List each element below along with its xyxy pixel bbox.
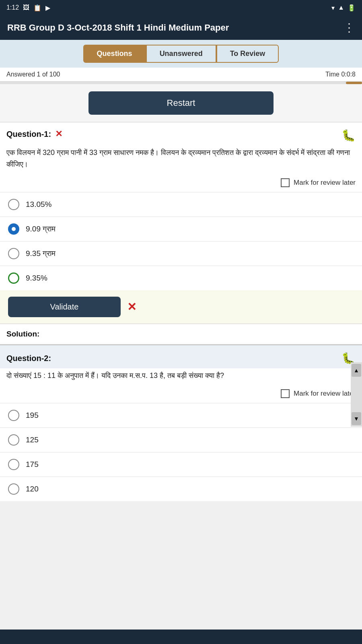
- tab-bar: Questions Unanswered To Review: [0, 40, 362, 68]
- option-q2-a[interactable]: 195: [0, 403, 362, 427]
- question-1-card: Question-1: ✕ 🐛 एक विलयन में 320 ग्राम प…: [0, 122, 362, 344]
- clipboard-icon: 📋: [33, 4, 41, 12]
- answered-count: Answered 1 of 100: [6, 71, 60, 78]
- bottom-nav-bar: [0, 630, 362, 644]
- review-label-q1: Mark for review later: [294, 179, 356, 187]
- menu-icon[interactable]: ⋮: [343, 21, 355, 34]
- option-q2-d-text: 120: [26, 485, 39, 493]
- option-q2-c[interactable]: 175: [0, 452, 362, 477]
- validate-row: Validate ✕: [0, 290, 362, 324]
- radio-q2-a[interactable]: [8, 410, 19, 421]
- app-header: RRB Group D 3-Oct-2018 Shift 1 Hindi Med…: [0, 15, 362, 40]
- option-q1-c-text: 9.35 ग्राम: [26, 249, 56, 258]
- play-icon: ▶: [45, 4, 50, 12]
- option-q1-a[interactable]: 13.05%: [0, 192, 362, 217]
- solution-label: Solution:: [0, 324, 362, 344]
- radio-q1-a[interactable]: [8, 199, 19, 210]
- question-1-review-row: Mark for review later: [0, 175, 362, 192]
- option-q1-a-text: 13.05%: [26, 200, 51, 209]
- scroll-indicator: [0, 82, 362, 84]
- radio-q1-b[interactable]: [8, 223, 19, 235]
- option-q1-d-text: 9.35%: [26, 274, 47, 283]
- restart-container: Restart: [0, 84, 362, 122]
- review-label-q2: Mark for review later: [294, 390, 356, 398]
- tab-questions[interactable]: Questions: [83, 45, 146, 63]
- option-q2-a-text: 195: [26, 411, 39, 420]
- review-checkbox-q1[interactable]: [281, 178, 290, 187]
- radio-q1-d[interactable]: [8, 272, 19, 284]
- tab-to-review[interactable]: To Review: [216, 45, 279, 63]
- option-q1-b[interactable]: 9.09 ग्राम: [0, 217, 362, 241]
- info-bar: Answered 1 of 100 Time 0:0:8: [0, 68, 362, 82]
- radio-q2-b[interactable]: [8, 434, 19, 446]
- bug-icon-q1[interactable]: 🐛: [341, 129, 356, 142]
- question-1-header: Question-1: ✕ 🐛: [0, 122, 362, 145]
- question-1-text: एक विलयन में 320 ग्राम पानी में 33 ग्राम…: [0, 145, 362, 175]
- radio-q2-c[interactable]: [8, 459, 19, 470]
- radio-q1-c[interactable]: [8, 248, 19, 259]
- review-checkbox-q2[interactable]: [281, 389, 290, 398]
- option-q2-c-text: 175: [26, 460, 39, 469]
- question-2-review-row: Mark for review later: [0, 386, 362, 403]
- photo-icon: 🖼: [23, 4, 29, 11]
- question-1-number: Question-1: ✕: [6, 129, 62, 139]
- status-bar-right: ▾ ▲ 🔋: [331, 4, 356, 12]
- option-q2-b[interactable]: 125: [0, 427, 362, 452]
- question-2-text: दो संख्याएं 15 : 11 के अनुपात में हैं। य…: [0, 368, 362, 386]
- time-display: 1:12: [6, 4, 19, 11]
- scroll-up-arrow[interactable]: ▲: [352, 364, 361, 377]
- option-q2-b-text: 125: [26, 436, 39, 444]
- timer-display: Time 0:0:8: [325, 71, 356, 78]
- tab-unanswered[interactable]: Unanswered: [146, 45, 216, 63]
- radio-q1-b-inner: [12, 227, 16, 231]
- option-q1-c[interactable]: 9.35 ग्राम: [0, 241, 362, 266]
- radio-q2-d[interactable]: [8, 483, 19, 495]
- signal-icon: ▲: [338, 4, 344, 11]
- scroll-thumb: [346, 82, 362, 84]
- question-2-card: Question-2: 🐛 दो संख्याएं 15 : 11 के अनु…: [0, 344, 362, 502]
- validate-wrong-icon: ✕: [127, 300, 136, 314]
- question-2-header: Question-2: 🐛: [0, 345, 362, 368]
- option-q2-d[interactable]: 120: [0, 477, 362, 501]
- restart-button[interactable]: Restart: [88, 91, 274, 115]
- option-q1-d[interactable]: 9.35%: [0, 266, 362, 290]
- wifi-icon: ▾: [331, 4, 335, 12]
- option-q1-b-text: 9.09 ग्राम: [26, 225, 56, 233]
- validate-button[interactable]: Validate: [8, 297, 121, 317]
- status-bar-left: 1:12 🖼 📋 ▶: [6, 4, 50, 12]
- scrollbar[interactable]: ▲ ▼: [351, 362, 362, 427]
- scroll-down-arrow[interactable]: ▼: [352, 412, 361, 425]
- battery-icon: 🔋: [348, 4, 356, 12]
- page-title: RRB Group D 3-Oct-2018 Shift 1 Hindi Med…: [7, 23, 343, 33]
- question-2-number: Question-2:: [6, 354, 51, 363]
- status-bar: 1:12 🖼 📋 ▶ ▾ ▲ 🔋: [0, 0, 362, 15]
- question-1-wrong-mark: ✕: [55, 129, 62, 139]
